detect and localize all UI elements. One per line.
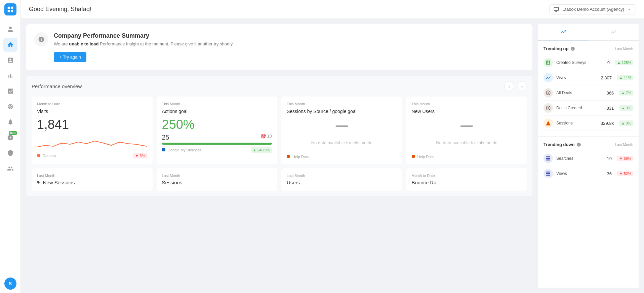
- trend-value: 329.8k: [601, 121, 614, 126]
- trend-item: Searches 19 ▼ 56%: [544, 151, 633, 166]
- tab-trending[interactable]: [538, 24, 589, 40]
- try-again-button[interactable]: + Try again: [54, 52, 86, 62]
- trend-value: 866: [606, 90, 614, 96]
- metric-footer: Help Docs: [412, 155, 522, 159]
- trend-name: Visits: [556, 75, 597, 80]
- perf-nav: ‹ ›: [504, 81, 527, 91]
- svg-rect-16: [546, 172, 550, 173]
- metric-badge: ▲ 240.9%: [251, 147, 272, 153]
- perf-next-button[interactable]: ›: [517, 81, 527, 91]
- trend-icon-all-deals: $: [544, 88, 553, 98]
- trend-item: Created Surveys 9 ▲ 125%: [544, 55, 633, 70]
- metric-title: New Users: [412, 109, 522, 114]
- trend-badge: ▲ 3%: [619, 105, 633, 111]
- progress-nums: 25 🎯 10: [162, 134, 272, 141]
- trend-badge: ▲ 7%: [619, 90, 633, 96]
- sidebar-item-new-feature[interactable]: New: [3, 131, 17, 145]
- svg-point-6: [10, 106, 11, 107]
- top-header: Good Evening, Shafaq! ...tabox Demo Acco…: [21, 0, 644, 19]
- user-avatar[interactable]: S: [4, 278, 16, 290]
- svg-rect-15: [546, 159, 550, 160]
- metric-cards-grid: Month to Date Visits 1,841 Databox: [32, 97, 527, 164]
- sidebar-item-people[interactable]: [3, 22, 17, 36]
- trend-icon-visits: [544, 73, 553, 82]
- sidebar-item-home[interactable]: [3, 38, 17, 52]
- metric-value: 250%: [162, 118, 272, 131]
- sidebar-item-reports[interactable]: [3, 53, 17, 67]
- sidebar-item-team[interactable]: [3, 161, 17, 176]
- trend-icon-deals-created: $: [544, 103, 553, 113]
- trending-down-header: Trending down Last Month: [544, 142, 633, 147]
- trending-up-header: Trending up Last Month: [544, 46, 633, 51]
- sidebar-item-media[interactable]: [3, 84, 17, 98]
- sidebar-item-settings[interactable]: [3, 146, 17, 160]
- trend-icon-created-surveys: [544, 58, 553, 67]
- account-name: ...tabox Demo Account (Agency): [562, 7, 624, 12]
- perf-prev-button[interactable]: ‹: [504, 81, 514, 91]
- bottom-period: Month to Date: [412, 174, 522, 178]
- trending-up-period: Last Month: [615, 47, 633, 51]
- metric-card-visits: Month to Date Visits 1,841 Databox: [32, 97, 153, 164]
- trending-down-title: Trending down: [544, 142, 581, 147]
- trend-value: 2,807: [601, 75, 612, 80]
- account-selector[interactable]: ...tabox Demo Account (Agency): [549, 4, 636, 14]
- trend-icon-searches: [544, 154, 553, 163]
- sidebar-item-metrics[interactable]: [3, 69, 17, 83]
- svg-rect-18: [546, 175, 550, 176]
- svg-text:$: $: [548, 107, 549, 109]
- summary-description: We are unable to load Performance Insigh…: [54, 41, 234, 46]
- metric-dash: —: [287, 118, 397, 132]
- trend-item: $ Deals Created 831 ▲ 3%: [544, 101, 633, 116]
- trend-value: 9: [607, 60, 610, 65]
- sidebar-item-goals[interactable]: [3, 100, 17, 114]
- trend-name: Deals Created: [556, 106, 603, 110]
- bottom-card-bounce-rate: Month to Date Bounce Ra...: [406, 168, 527, 191]
- tab-activity[interactable]: [589, 24, 639, 40]
- summary-card: Company Performance Summary We are unabl…: [26, 24, 532, 70]
- metric-footer: Google My Business ▲ 240.9%: [162, 147, 272, 153]
- trend-name: Searches: [556, 156, 604, 161]
- svg-rect-17: [546, 173, 550, 174]
- metric-period: This Month: [287, 102, 397, 106]
- main-area: Good Evening, Shafaq! ...tabox Demo Acco…: [21, 0, 644, 293]
- bottom-card-sessions: Last Month Sessions: [157, 168, 278, 191]
- svg-rect-0: [7, 7, 9, 9]
- svg-rect-1: [11, 7, 13, 9]
- performance-overview: Performance overview ‹ › Month to Date V…: [26, 76, 532, 196]
- summary-content: Company Performance Summary We are unabl…: [54, 32, 234, 62]
- trend-name: Views: [556, 171, 604, 176]
- metric-card-actions-goal: This Month Actions goal 250% 25 🎯 10: [157, 97, 278, 164]
- svg-rect-3: [11, 10, 13, 12]
- mini-chart: [37, 134, 147, 150]
- metric-badge: ▼ 5%: [133, 153, 147, 158]
- metric-source: Help Docs: [412, 155, 435, 159]
- trend-value: 831: [606, 106, 614, 111]
- bottom-period: Last Month: [287, 174, 397, 178]
- progress-bar-fill: [162, 143, 272, 145]
- trend-item: Sessions 329.8k ▲ 3%: [544, 116, 633, 131]
- sidebar-item-alerts[interactable]: [3, 115, 17, 129]
- metric-card-new-users: This Month New Users — No data available…: [406, 97, 527, 164]
- metric-footer: Databox ▼ 5%: [37, 153, 147, 158]
- right-panel: Trending up Last Month Created Surveys 9…: [538, 24, 639, 288]
- metric-footer: Help Docs: [287, 155, 397, 159]
- new-badge: New: [9, 131, 16, 135]
- no-data-text: No data available for this metric: [287, 134, 397, 152]
- trend-name: Sessions: [556, 121, 597, 125]
- logo[interactable]: [4, 3, 16, 15]
- perf-header: Performance overview ‹ ›: [32, 81, 527, 91]
- summary-title: Company Performance Summary: [54, 32, 234, 39]
- trend-name: Created Surveys: [556, 60, 604, 65]
- trend-badge: ▲ 125%: [615, 60, 633, 65]
- bottom-cards-grid: Last Month % New Sessions Last Month Ses…: [32, 168, 527, 191]
- content-area: Company Performance Summary We are unabl…: [21, 19, 644, 293]
- progress-target: 🎯 10: [260, 134, 272, 141]
- perf-title: Performance overview: [32, 83, 82, 89]
- trend-item: Views 36 ▼ 52%: [544, 166, 633, 181]
- progress-section: 25 🎯 10: [162, 134, 272, 145]
- metric-value: 1,841: [37, 118, 147, 131]
- svg-rect-13: [546, 156, 550, 157]
- bottom-title: Sessions: [162, 180, 272, 185]
- svg-rect-2: [7, 10, 9, 12]
- metric-period: This Month: [412, 102, 522, 106]
